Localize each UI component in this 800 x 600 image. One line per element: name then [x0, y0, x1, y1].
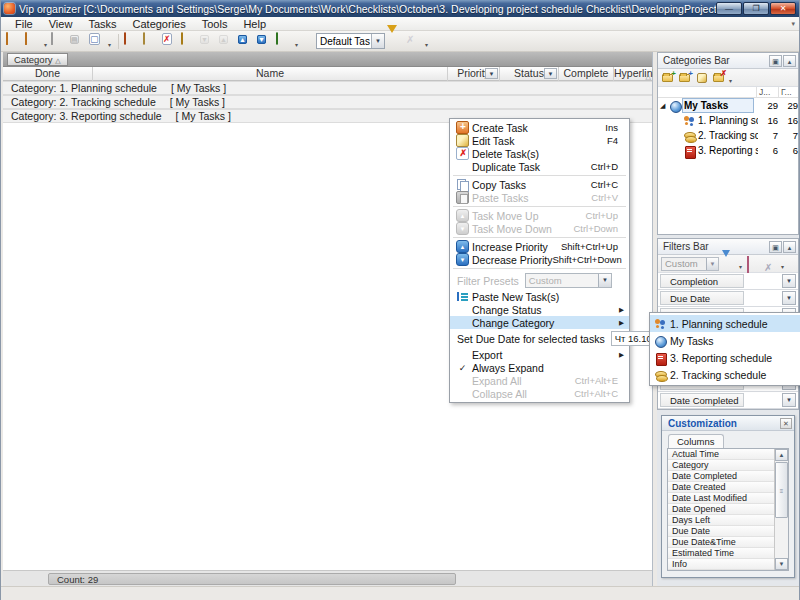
view-filter-icon[interactable]: [276, 33, 293, 50]
category-header-row[interactable]: Category: 1. Planning schedule[ My Tasks…: [3, 81, 652, 95]
column-list-item[interactable]: Due Date: [668, 526, 774, 537]
task-move-up-icon[interactable]: ▲: [219, 33, 236, 50]
filters-toolbar-overflow-icon[interactable]: ▾: [781, 263, 784, 270]
menu-item[interactable]: File: [7, 17, 41, 31]
context-menu-item[interactable]: ▲✓ Task Move Up ▼ Ctrl+Up ▶: [450, 209, 629, 222]
context-menu-item[interactable]: ✓ Delete Task(s) ▼ ▶: [450, 147, 629, 160]
scroll-up-icon[interactable]: ▲: [775, 449, 788, 461]
menubar-overflow-icon[interactable]: ▾: [791, 20, 795, 28]
print-preview-icon[interactable]: ▢: [89, 33, 106, 50]
print-icon[interactable]: ▤: [70, 33, 87, 50]
menu-item[interactable]: Tasks: [80, 17, 124, 31]
filter-field-label[interactable]: Date Completed: [660, 393, 744, 407]
delete-preset-icon[interactable]: ✗: [406, 33, 423, 50]
column-header-done[interactable]: Done: [3, 67, 93, 81]
filter-preset-combo[interactable]: Default Tas ▼: [316, 33, 385, 49]
task-move-down-icon[interactable]: ▼: [200, 33, 217, 50]
submenu-item[interactable]: 3. Reporting schedule: [650, 349, 800, 366]
column-header-name[interactable]: Name: [93, 67, 448, 81]
context-menu-item[interactable]: ✓ Set Due Date for selected tasks Чт 16.…: [450, 329, 629, 348]
filter-value-dropdown-icon[interactable]: ▼: [782, 393, 796, 407]
categories-toolbar-overflow-icon[interactable]: ▾: [729, 77, 732, 84]
column-list-item[interactable]: Due Date&Time: [668, 537, 774, 548]
columns-scrollbar[interactable]: ▲ ≡ ▼: [774, 449, 788, 570]
column-header-status[interactable]: Status▼: [500, 67, 559, 81]
tree-expander-icon[interactable]: ◢: [660, 102, 669, 110]
context-menu-item[interactable]: ✓ Change Category ▼ ▶: [450, 316, 629, 329]
increase-priority-icon[interactable]: ▲: [238, 33, 255, 50]
filter-value-dropdown-icon[interactable]: ▼: [782, 274, 796, 288]
category-tree-row[interactable]: ◢ My Tasks 29 29: [658, 98, 798, 113]
delete-task-icon[interactable]: ✗: [162, 33, 179, 50]
column-list-item[interactable]: Category: [668, 460, 774, 471]
filter-field-label[interactable]: Completion: [660, 274, 744, 288]
category-tree-row[interactable]: ◢ 2. Tracking schedule 7 7: [658, 128, 798, 143]
category-header-row[interactable]: Category: 2. Tracking schedule[ My Tasks…: [3, 95, 652, 109]
filters-preset-dropdown-icon[interactable]: ▼: [706, 258, 718, 270]
context-menu-item[interactable]: ▲✓ Increase Priority ▼ Shift+Ctrl+Up ▶: [450, 240, 629, 253]
context-menu-item[interactable]: ✓ Paste New Task(s) ▼ ▶: [450, 290, 629, 303]
filter-dropdown-icon[interactable]: ▾: [739, 263, 742, 270]
context-menu-item[interactable]: ▼✓ Decrease Priority ▼ Shift+Ctrl+Down ▶: [450, 253, 629, 266]
submenu-item[interactable]: My Tasks: [650, 332, 800, 349]
complete-task-icon[interactable]: [181, 33, 198, 50]
filter-preset-dropdown-icon[interactable]: ▼: [371, 34, 384, 48]
context-menu-item[interactable]: ✓ Edit Task ▼ F4 ▶: [450, 134, 629, 147]
customization-close-icon[interactable]: ✕: [780, 418, 792, 429]
menu-item[interactable]: View: [41, 17, 81, 31]
filter-value-dropdown-icon[interactable]: ▼: [782, 291, 796, 305]
filter-field-label[interactable]: Due Date: [660, 291, 744, 305]
apply-filter-icon[interactable]: [722, 257, 736, 270]
column-header-priority[interactable]: Priority▼: [448, 67, 500, 81]
column-header-hyperlink[interactable]: Hyperlink△: [614, 67, 653, 81]
category-tree-row[interactable]: ◢ 3. Reporting schedule 6 6: [658, 143, 798, 158]
context-menu-item[interactable]: ✓ Paste Tasks ▼ Ctrl+V ▶: [450, 191, 629, 204]
context-menu-item[interactable]: ✓ Expand All ▼ Ctrl+Alt+E ▶: [450, 374, 629, 387]
open-database-dropdown-icon[interactable]: ▾: [44, 41, 47, 48]
edit-category-icon[interactable]: [695, 71, 709, 84]
submenu-item[interactable]: 1. Planning schedule: [650, 315, 800, 332]
new-database-icon[interactable]: [6, 33, 23, 50]
column-list-item[interactable]: Date Completed: [668, 471, 774, 482]
tab-columns[interactable]: Columns: [668, 434, 724, 448]
panel-menu-icon[interactable]: ▣: [769, 241, 782, 253]
scroll-down-icon[interactable]: ▼: [775, 558, 788, 570]
clear-filter-icon[interactable]: [747, 257, 761, 270]
menu-item[interactable]: Categories: [125, 17, 194, 31]
close-database-icon[interactable]: [51, 33, 68, 50]
toolbar-overflow-icon[interactable]: ▾: [108, 41, 111, 48]
close-button[interactable]: ✕: [770, 2, 796, 15]
context-menu-item[interactable]: ✓ Filter Presets Custom▼ ▶: [450, 271, 629, 290]
new-category-icon[interactable]: +: [661, 71, 675, 84]
column-header-complete[interactable]: Complete: [559, 67, 614, 81]
minimize-button[interactable]: —: [716, 2, 742, 15]
panel-collapse-icon[interactable]: ▴: [783, 55, 796, 67]
create-task-icon[interactable]: [124, 33, 141, 50]
open-database-icon[interactable]: [25, 33, 42, 50]
category-tree-row[interactable]: ◢ 1. Planning schedule 16 16: [658, 113, 798, 128]
context-menu-item[interactable]: ✓ Create Task ▼ Ins ▶: [450, 121, 629, 134]
context-menu-item[interactable]: ✓ Change Status ▼ ▶: [450, 303, 629, 316]
context-menu-item[interactable]: ✓ Duplicate Task ▼ Ctrl+D ▶: [450, 160, 629, 173]
status-filter-icon[interactable]: ▼: [544, 68, 557, 79]
column-list-item[interactable]: Date Last Modified: [668, 493, 774, 504]
new-subcategory-icon[interactable]: +: [678, 71, 692, 84]
scrollbar-thumb[interactable]: ≡: [775, 462, 788, 518]
context-menu-item[interactable]: ✓ Export ▼ ▶: [450, 348, 629, 361]
delete-filter-icon[interactable]: ✗: [764, 257, 778, 270]
task-toolbar-overflow-icon[interactable]: ▾: [295, 41, 298, 48]
panel-menu-icon[interactable]: ▣: [769, 55, 782, 67]
preset-toolbar-overflow-icon[interactable]: ▾: [425, 41, 428, 48]
group-by-category-chip[interactable]: Category △: [7, 53, 68, 66]
column-list-item[interactable]: Date Opened: [668, 504, 774, 515]
column-list-item[interactable]: Estimated Time: [668, 548, 774, 559]
context-menu-item[interactable]: ✓ Copy Tasks ▼ Ctrl+C ▶: [450, 178, 629, 191]
submenu-item[interactable]: 2. Tracking schedule: [650, 366, 800, 383]
decrease-priority-icon[interactable]: ▼: [257, 33, 274, 50]
edit-task-icon[interactable]: [143, 33, 160, 50]
filters-preset-combo[interactable]: Custom▼: [661, 257, 719, 271]
menu-combo-dropdown-icon[interactable]: ▼: [598, 274, 611, 287]
context-menu-item[interactable]: ✓ Collapse All ▼ Ctrl+Alt+C ▶: [450, 387, 629, 400]
menu-item[interactable]: Tools: [194, 17, 236, 31]
priority-filter-icon[interactable]: ▼: [485, 68, 498, 79]
